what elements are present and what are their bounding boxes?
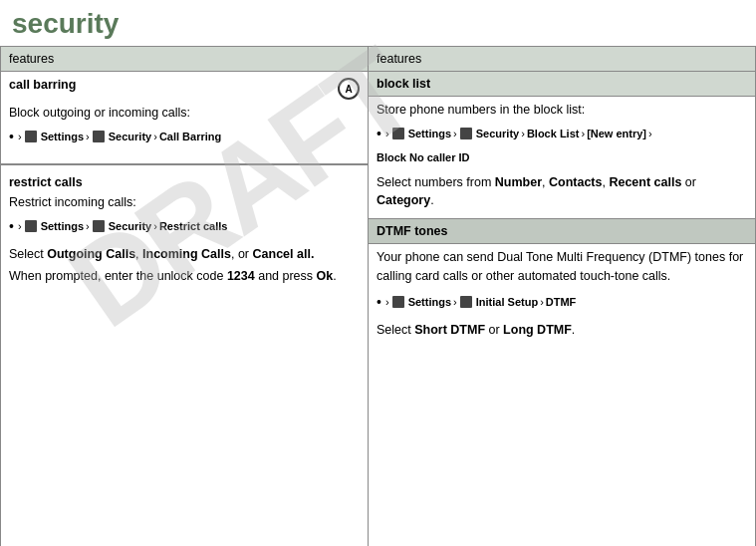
period-end: . bbox=[333, 269, 336, 283]
settings-icon-2 bbox=[25, 220, 37, 232]
call-barring-title: call barring bbox=[9, 78, 338, 92]
block-list-title: block list bbox=[377, 77, 430, 91]
category-period: . bbox=[430, 193, 433, 207]
settings-icon-bl bbox=[392, 128, 404, 139]
nav-dtmf: DTMF bbox=[546, 294, 577, 311]
initial-setup-icon bbox=[460, 296, 472, 308]
nav-security-bl: Security bbox=[473, 126, 519, 142]
dtmf-body: Your phone can send Dual Tone Multi Freq… bbox=[369, 244, 755, 347]
block-list-category: Category. bbox=[377, 191, 747, 210]
block-list-desc: Store phone numbers in the block list: bbox=[377, 101, 747, 120]
nav-security-2: Security bbox=[106, 218, 151, 235]
nav-initial-setup: Initial Setup bbox=[473, 294, 538, 311]
call-barring-nav: • › Settings › Security › Call Barring bbox=[9, 127, 221, 147]
security-icon-bl bbox=[460, 128, 472, 139]
call-barring-body: Block outgoing or incoming calls: • › Se… bbox=[1, 102, 368, 159]
restrict-calls-desc: Restrict incoming calls: bbox=[9, 193, 360, 212]
nav-arrow-3: › bbox=[153, 129, 157, 145]
contacts-label: Contacts bbox=[549, 175, 602, 189]
nav-arrow-r2: › bbox=[86, 218, 90, 235]
or-cancel-label: , or bbox=[231, 247, 253, 261]
select-label: Select bbox=[9, 247, 47, 261]
restrict-calls-nav: • › Settings › Security › Restrict calls bbox=[9, 216, 227, 237]
and-press: and press bbox=[255, 269, 317, 283]
call-barring-desc: Block outgoing or incoming calls: bbox=[9, 104, 360, 123]
settings-icon bbox=[25, 131, 37, 142]
nav-bullet-bl: • bbox=[377, 124, 381, 144]
nav-arrow-dtmf1: › bbox=[385, 294, 389, 311]
dtmf-title: DTMF tones bbox=[377, 224, 448, 238]
nav-arrow-dtmf3: › bbox=[540, 294, 544, 311]
right-features-header: features bbox=[369, 47, 755, 72]
security-icon-2 bbox=[93, 220, 105, 232]
nav-block-list: Block List bbox=[527, 126, 580, 142]
nav-bullet-2: • bbox=[9, 216, 14, 237]
nav-arrow-bl4: › bbox=[581, 126, 585, 142]
when-prompted: When prompted, enter the unlock code bbox=[9, 269, 227, 283]
or-label: or bbox=[681, 175, 696, 189]
nav-restrict-calls: Restrict calls bbox=[159, 218, 227, 235]
block-list-nav: • › Settings › Security › Block List › [… bbox=[377, 124, 654, 144]
category-label: Category bbox=[377, 193, 430, 207]
nav-arrow-bl5: › bbox=[648, 126, 652, 142]
long-dtmf-label: Long DTMF bbox=[503, 323, 572, 337]
page-title: security bbox=[0, 0, 756, 46]
left-panel: features call barring A Block outgoing o… bbox=[0, 46, 369, 546]
nav-arrow-r1: › bbox=[18, 218, 22, 235]
dtmf-select-line: Select Short DTMF or Long DTMF. bbox=[377, 321, 747, 340]
nav-arrow-bl1: › bbox=[385, 126, 389, 142]
nav-bullet: • bbox=[9, 127, 14, 147]
cancel-all: Cancel all. bbox=[253, 247, 315, 261]
nav-settings-dtmf: Settings bbox=[405, 294, 451, 311]
restrict-select-line: Select Outgoing Calls, Incoming Calls, o… bbox=[9, 245, 360, 264]
nav-arrow-r3: › bbox=[153, 218, 157, 235]
left-divider-1 bbox=[1, 163, 368, 165]
short-dtmf-label: Short DTMF bbox=[414, 323, 485, 337]
dtmf-desc: Your phone can send Dual Tone Multi Freq… bbox=[377, 248, 747, 286]
nav-arrow-bl2: › bbox=[453, 126, 457, 142]
block-list-extra: Select numbers from Number, Contacts, Re… bbox=[377, 173, 747, 192]
dtmf-period: . bbox=[572, 323, 575, 337]
dtmf-header: DTMF tones bbox=[369, 218, 755, 244]
restricted-age-badge: A bbox=[338, 78, 360, 100]
content-wrapper: features call barring A Block outgoing o… bbox=[0, 46, 756, 546]
call-barring-row: call barring A bbox=[1, 72, 368, 102]
ok-label: Ok bbox=[317, 269, 334, 283]
unlock-code: 1234 bbox=[227, 269, 255, 283]
restrict-unlock-line: When prompted, enter the unlock code 123… bbox=[9, 267, 360, 286]
nav-arrow-bl3: › bbox=[521, 126, 525, 142]
settings-icon-dtmf bbox=[392, 296, 404, 308]
or-dtmf: or bbox=[485, 323, 503, 337]
block-no-caller-line: Block No caller ID bbox=[377, 148, 747, 167]
nav-settings-2: Settings bbox=[38, 218, 84, 235]
nav-bullet-dtmf: • bbox=[377, 292, 381, 313]
nav-arrow-2: › bbox=[86, 129, 90, 145]
block-list-body: Store phone numbers in the block list: •… bbox=[369, 97, 755, 218]
restrict-calls-title: restrict calls bbox=[1, 169, 368, 191]
nav-settings-bl: Settings bbox=[405, 126, 451, 142]
block-list-header: block list bbox=[369, 72, 755, 97]
security-icon bbox=[93, 131, 105, 142]
nav-new-entry: [New entry] bbox=[587, 126, 646, 142]
nav-security: Security bbox=[106, 129, 151, 145]
nav-arrow-dtmf2: › bbox=[453, 294, 457, 311]
comma-contacts: , bbox=[542, 175, 549, 189]
nav-arrow-1: › bbox=[18, 129, 22, 145]
nav-block-no-caller: Block No caller ID bbox=[377, 151, 470, 163]
select-short-label: Select bbox=[377, 323, 414, 337]
dtmf-nav: • › Settings › Initial Setup › DTMF bbox=[377, 292, 576, 313]
select-numbers-label: Select numbers from bbox=[377, 175, 495, 189]
right-panel: features block list Store phone numbers … bbox=[369, 46, 756, 546]
outgoing-calls: Outgoing Calls bbox=[47, 247, 135, 261]
restrict-calls-body: Restrict incoming calls: • › Settings › … bbox=[1, 191, 368, 294]
nav-settings: Settings bbox=[38, 129, 84, 145]
left-features-header: features bbox=[1, 47, 368, 72]
number-label: Number bbox=[495, 175, 542, 189]
incoming-calls: Incoming Calls bbox=[142, 247, 231, 261]
nav-call-barring: Call Barring bbox=[159, 129, 221, 145]
recent-calls-label: Recent calls bbox=[609, 175, 681, 189]
